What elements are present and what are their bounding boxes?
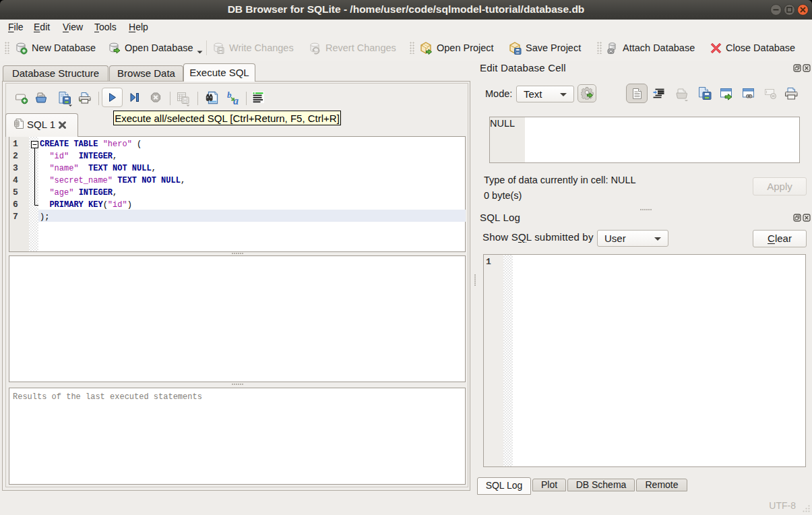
svg-text:b: b — [227, 90, 232, 100]
